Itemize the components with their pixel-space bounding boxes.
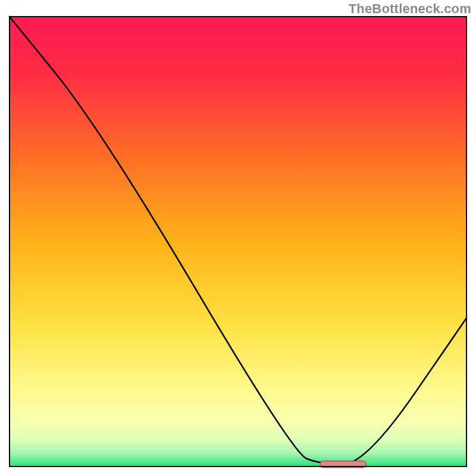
chart-svg bbox=[0, 0, 476, 476]
watermark-text: TheBottleneck.com bbox=[349, 1, 471, 17]
plot-background bbox=[10, 17, 466, 466]
plot-area bbox=[10, 17, 466, 468]
chart-container: TheBottleneck.com bbox=[0, 0, 476, 476]
